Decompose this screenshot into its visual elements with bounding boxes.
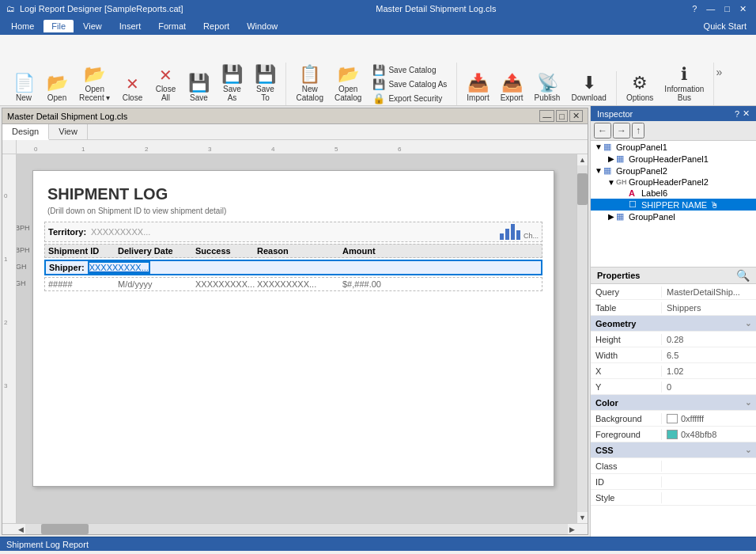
inspector-back-btn[interactable]: ← xyxy=(594,123,611,138)
gh-shipper-section[interactable]: GH Shipper: XXXXXXXXX... xyxy=(44,260,542,275)
download-button[interactable]: ⬇ Download xyxy=(566,71,610,105)
save-as-button[interactable]: 💾 SaveAs xyxy=(216,63,248,105)
prop-name-width: Width xyxy=(591,350,662,361)
new-button[interactable]: 📄 New xyxy=(8,71,40,105)
title-bar-right[interactable]: ? — □ ✕ xyxy=(689,4,750,14)
inspector-up-btn[interactable]: ↑ xyxy=(632,123,644,138)
tree-toggle-1[interactable]: ▼ xyxy=(594,142,603,151)
prop-value-background[interactable]: 0xffffff xyxy=(662,413,756,424)
inspector-title-btns[interactable]: ? ✕ xyxy=(735,108,750,119)
close-btn[interactable]: ✕ xyxy=(736,4,750,14)
tree-item-group-panel-1[interactable]: ▼ ▦ GroupPanel1 xyxy=(591,141,756,153)
tab-design[interactable]: Design xyxy=(2,124,49,140)
tree-item-group-header-panel-2[interactable]: ▼ GH GroupHeaderPanel2 xyxy=(591,176,756,188)
col-shipment-id: Shipment ID xyxy=(48,246,112,256)
tree-toggle-3[interactable]: ▼ xyxy=(594,166,603,175)
export-button[interactable]: 📤 Export xyxy=(496,71,528,105)
tree-item-group-panel-2[interactable]: ▼ ▦ GroupPanel2 xyxy=(591,165,756,176)
import-button[interactable]: 📥 Import xyxy=(462,71,493,105)
save-to-button[interactable]: 💾 SaveTo xyxy=(249,63,281,105)
minimize-btn[interactable]: — xyxy=(703,4,718,14)
close-all-label: CloseAll xyxy=(156,85,176,102)
prop-value-id[interactable] xyxy=(662,481,756,483)
css-chevron[interactable]: ⌄ xyxy=(745,446,751,454)
quick-start[interactable]: Quick Start xyxy=(704,21,753,31)
close-button[interactable]: ✕ Close xyxy=(116,73,148,105)
open-catalog-button[interactable]: 📂 OpenCatalog xyxy=(330,63,366,105)
doc-restore-btn[interactable]: □ xyxy=(556,110,568,122)
prop-value-style[interactable] xyxy=(662,497,756,499)
menu-window[interactable]: Window xyxy=(239,20,285,32)
prop-value-height[interactable]: 0.28 xyxy=(662,334,756,345)
hscroll-right-btn[interactable]: ▶ xyxy=(568,526,576,533)
info-bus-label: InformationBus xyxy=(664,85,704,102)
prop-value-x[interactable]: 1.02 xyxy=(662,366,756,377)
doc-title-buttons[interactable]: — □ ✕ xyxy=(539,110,583,122)
tab-view[interactable]: View xyxy=(49,124,88,139)
inspector-close-btn[interactable]: ✕ xyxy=(743,108,750,119)
prop-name-height: Height xyxy=(591,334,662,345)
hscrollbar[interactable]: ◀ ▶ xyxy=(2,523,588,534)
prop-value-y[interactable]: 0 xyxy=(662,381,756,393)
properties-search-icon[interactable]: 🔍 xyxy=(736,269,750,282)
menu-insert[interactable]: Insert xyxy=(112,20,149,32)
vscroll-up-btn[interactable]: ▲ xyxy=(579,154,586,165)
close-all-button[interactable]: ✕ CloseAll xyxy=(149,64,181,105)
save-catalog-as-button[interactable]: 💾 Save Catalog As xyxy=(368,78,452,91)
inspector-forward-btn[interactable]: → xyxy=(613,123,630,138)
save-button[interactable]: 💾 Save xyxy=(183,71,214,105)
design-canvas[interactable]: SHIPMENT LOG (Drill down on Shipment ID … xyxy=(17,154,576,523)
open-button[interactable]: 📂 Open xyxy=(41,71,73,105)
save-catalog-button[interactable]: 💾 Save Catalog xyxy=(368,63,452,77)
tree-toggle-7[interactable]: ▶ xyxy=(607,212,616,221)
geometry-chevron[interactable]: ⌄ xyxy=(745,319,751,328)
vscrollbar[interactable]: ▲ ▼ xyxy=(576,154,588,523)
tree-label-6: SHIPPER NAME xyxy=(641,200,707,210)
prop-value-table[interactable]: Shippers xyxy=(662,302,756,313)
color-chevron[interactable]: ⌄ xyxy=(745,398,751,407)
tree-item-label6[interactable]: A Label6 xyxy=(591,188,756,199)
hscroll-thumb[interactable] xyxy=(41,524,89,534)
new-catalog-button[interactable]: 📋 NewCatalog xyxy=(291,63,327,105)
vscroll-thumb[interactable] xyxy=(577,173,588,205)
doc-minimize-btn[interactable]: — xyxy=(539,110,554,122)
hscroll-left-btn[interactable]: ◀ xyxy=(17,526,25,533)
tree-toggle-2[interactable]: ▶ xyxy=(607,154,616,163)
menu-file[interactable]: File xyxy=(43,20,74,32)
open-label: Open xyxy=(47,93,66,102)
prop-value-query[interactable]: MasterDetailShip... xyxy=(662,286,756,298)
help-btn[interactable]: ? xyxy=(689,4,700,14)
maximize-btn[interactable]: □ xyxy=(721,4,733,14)
export-security-icon: 🔒 xyxy=(372,93,385,104)
ribbon-group-file: 📄 New 📂 Open 📂 OpenRecent ▾ ✕ Close ✕ Cl… xyxy=(3,63,286,105)
vscroll-track[interactable] xyxy=(577,165,588,512)
menu-home[interactable]: Home xyxy=(3,20,42,32)
report-subtitle: (Drill down on Shipment ID to view shipm… xyxy=(47,207,539,220)
report-page: SHIPMENT LOG (Drill down on Shipment ID … xyxy=(32,170,554,487)
ribbon-expand-btn[interactable]: » xyxy=(714,64,724,80)
export-security-button[interactable]: 🔒 Export Security xyxy=(368,92,452,105)
tree-item-group-panel[interactable]: ▶ ▦ GroupPanel xyxy=(591,211,756,222)
properties-area: Query MasterDetailShip... Table Shippers… xyxy=(591,284,756,537)
tree-item-group-header-panel-1[interactable]: ▶ ▦ GroupHeaderPanel1 xyxy=(591,153,756,165)
menu-view[interactable]: View xyxy=(75,20,110,32)
cursor-indicator: 🖱 xyxy=(710,200,719,210)
info-bus-button[interactable]: ℹ InformationBus xyxy=(660,63,709,105)
tree-toggle-4[interactable]: ▼ xyxy=(607,178,616,187)
prop-value-class[interactable] xyxy=(662,465,756,467)
download-label: Download xyxy=(571,93,606,102)
doc-close-btn[interactable]: ✕ xyxy=(569,110,583,122)
menu-format[interactable]: Format xyxy=(150,20,194,32)
prop-row-class: Class xyxy=(591,458,756,474)
tree-item-shipper-name[interactable]: ☐ SHIPPER NAME 🖱 xyxy=(591,199,756,211)
vscroll-down-btn[interactable]: ▼ xyxy=(579,512,586,523)
menu-report[interactable]: Report xyxy=(195,20,237,32)
prop-value-foreground[interactable]: 0x48bfb8 xyxy=(662,429,756,440)
prop-value-width[interactable]: 6.5 xyxy=(662,350,756,361)
options-button[interactable]: ⚙ Options xyxy=(622,71,658,105)
hscroll-track[interactable] xyxy=(25,524,568,534)
publish-button[interactable]: 📡 Publish xyxy=(530,71,565,105)
open-recent-button[interactable]: 📂 OpenRecent ▾ xyxy=(74,63,115,105)
shipper-value[interactable]: XXXXXXXXX... xyxy=(89,263,149,272)
inspector-help-btn[interactable]: ? xyxy=(735,108,739,119)
